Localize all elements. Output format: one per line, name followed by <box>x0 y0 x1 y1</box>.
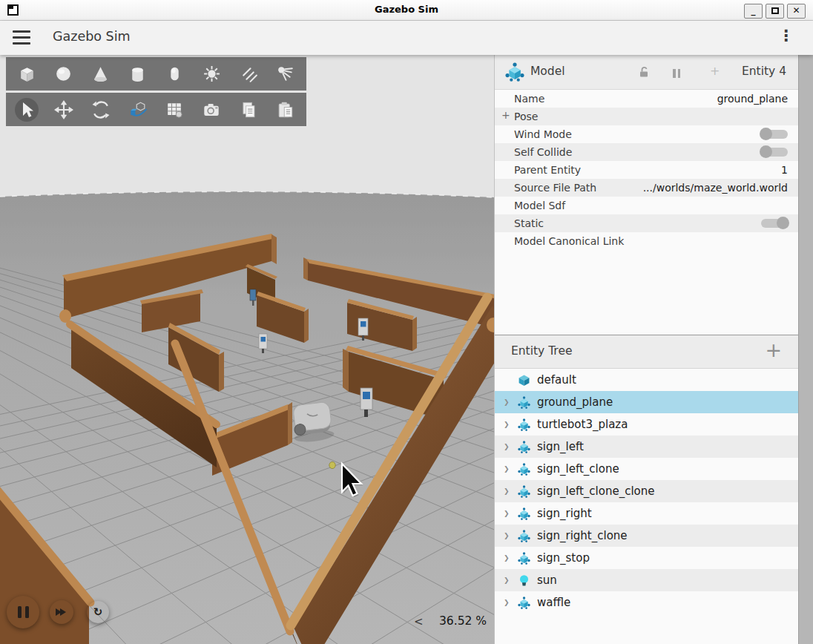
wind-mode-toggle[interactable] <box>761 130 788 139</box>
chevron-right-icon[interactable]: ❯ <box>504 465 516 473</box>
prop-label: Source File Path <box>514 182 596 194</box>
tree-item-waffle[interactable]: ❯ waffle <box>495 591 798 614</box>
model-icon <box>518 530 530 542</box>
kebab-menu-icon[interactable]: ⋮ <box>778 27 794 45</box>
title-bar: Gazebo Sim _ ✕ <box>0 0 813 21</box>
rtf-percentage: 36.52 % <box>439 614 487 628</box>
maximize-icon <box>771 7 779 14</box>
right-panel: Model + Entity 4 Name ground_plane + Pos… <box>494 55 798 644</box>
chevron-right-icon[interactable]: ❯ <box>504 421 516 428</box>
add-component-icon[interactable]: + <box>710 64 720 78</box>
step-forward-button[interactable] <box>50 600 73 624</box>
tree-item-sign_left_clone[interactable]: ❯ sign_left_clone <box>495 458 798 480</box>
prop-label: Parent Entity <box>514 164 581 176</box>
panel-scrollbar[interactable] <box>798 55 813 644</box>
entity-tree-header: Entity Tree + <box>495 335 798 369</box>
prop-row-wind-mode[interactable]: Wind Mode <box>495 125 798 143</box>
add-entity-icon[interactable]: + <box>765 338 782 361</box>
chevron-right-icon[interactable]: ❯ <box>504 554 516 562</box>
prop-row-parent-entity[interactable]: Parent Entity 1 <box>495 161 798 179</box>
reset-icon: ↻ <box>93 605 103 619</box>
tree-item-ground_plane[interactable]: ❯ ground_plane <box>495 391 798 413</box>
point-light-button[interactable] <box>197 60 226 88</box>
box-shape-button[interactable] <box>13 60 41 88</box>
chevron-right-icon[interactable]: ❯ <box>504 599 516 606</box>
world-cube-icon <box>518 374 530 387</box>
prop-row-self-collide[interactable]: Self Collide <box>495 143 798 161</box>
select-tool-button[interactable] <box>13 96 41 124</box>
entity-tree-title: Entity Tree <box>511 344 572 358</box>
tree-item-sign_right_clone[interactable]: ❯ sign_right_clone <box>495 525 798 547</box>
screenshot-button[interactable] <box>197 96 226 124</box>
rotate-tool-button[interactable] <box>87 96 115 124</box>
prop-label: Model Sdf <box>514 200 565 211</box>
translate-tool-button[interactable] <box>50 96 78 124</box>
tree-item-sign_left[interactable]: ❯ sign_left <box>495 436 798 458</box>
turtlebot-robot[interactable] <box>291 401 335 444</box>
prop-label: Name <box>514 93 544 105</box>
panel-spacer <box>495 250 798 335</box>
cylinder-shape-button[interactable] <box>124 60 152 88</box>
close-button[interactable]: ✕ <box>787 4 806 19</box>
small-object <box>329 461 335 468</box>
tree-item-sign_stop[interactable]: ❯ sign_stop <box>495 547 798 569</box>
model-icon <box>518 552 530 565</box>
chevron-right-icon[interactable]: ❯ <box>504 510 516 517</box>
snap-tool-button[interactable] <box>124 96 152 124</box>
chevron-right-icon[interactable]: ❯ <box>504 487 516 495</box>
chevron-right-icon[interactable]: ❯ <box>504 532 516 539</box>
pause-updates-icon[interactable] <box>673 67 682 81</box>
copy-button[interactable] <box>234 96 263 124</box>
prop-row-source-file-path[interactable]: Source File Path .../worlds/maze_world.w… <box>495 179 798 197</box>
unlock-icon[interactable] <box>638 65 651 79</box>
expand-icon[interactable]: + <box>501 109 510 121</box>
prop-row-model-sdf[interactable]: Model Sdf <box>495 197 798 214</box>
minimize-button[interactable]: _ <box>744 4 763 19</box>
capsule-shape-button[interactable] <box>160 60 188 88</box>
spot-light-button[interactable] <box>271 60 300 88</box>
window-title: Gazebo Sim <box>0 4 813 15</box>
render-scene <box>0 55 494 644</box>
rtf-expand-chevron[interactable]: < <box>414 615 424 628</box>
prop-label: Pose <box>514 111 538 122</box>
pause-button[interactable] <box>7 596 39 628</box>
model-panel-header: Model + Entity 4 <box>495 55 798 90</box>
hamburger-menu-icon[interactable] <box>13 30 30 45</box>
chevron-right-icon[interactable]: ❯ <box>504 443 516 450</box>
chevron-right-icon[interactable]: ❯ <box>504 398 516 406</box>
tree-item-sun[interactable]: ❯ sun <box>495 569 798 591</box>
tree-item-default[interactable]: default <box>495 369 798 391</box>
prop-row-model-canonical-link[interactable]: Model Canonical Link <box>495 232 798 250</box>
reset-button[interactable]: ↻ <box>87 601 109 623</box>
cone-shape-button[interactable] <box>87 60 115 88</box>
paste-button[interactable] <box>271 96 300 124</box>
light-bulb-icon <box>518 574 530 587</box>
prop-value: 1 <box>781 164 788 176</box>
prop-label: Self Collide <box>514 146 572 158</box>
entity-tree-list: default ❯ ground_plane ❯ turtlebot3_plaz… <box>495 369 798 614</box>
chevron-right-icon[interactable]: ❯ <box>504 576 516 584</box>
model-properties: Name ground_plane + Pose Wind Mode Self … <box>495 90 798 250</box>
directional-light-button[interactable] <box>234 60 263 88</box>
tree-item-sign_right[interactable]: ❯ sign_right <box>495 502 798 525</box>
tree-item-sign_left_clone_clone[interactable]: ❯ sign_left_clone_clone <box>495 480 798 502</box>
prop-row-static[interactable]: Static <box>495 214 798 232</box>
view-angle-button[interactable] <box>160 96 188 124</box>
app-title: Gazebo Sim <box>53 29 131 44</box>
prop-row-pose[interactable]: + Pose <box>495 108 798 125</box>
prop-row-name[interactable]: Name ground_plane <box>495 90 798 108</box>
3d-viewport[interactable]: ↻ < 36.52 % <box>0 55 494 644</box>
sphere-shape-button[interactable] <box>50 60 78 88</box>
prop-label: Static <box>514 217 544 229</box>
model-icon <box>518 507 530 520</box>
maximize-button[interactable] <box>766 4 784 19</box>
model-icon <box>518 485 530 498</box>
prop-label: Model Canonical Link <box>514 235 624 247</box>
shapes-toolbar <box>6 57 306 91</box>
gazebo-window: Gazebo Sim _ ✕ Gazebo Sim ⋮ <box>0 0 813 644</box>
self-collide-toggle[interactable] <box>761 148 788 157</box>
tree-item-turtlebot3_plaza[interactable]: ❯ turtlebot3_plaza <box>495 413 798 436</box>
prop-value: ground_plane <box>717 93 788 105</box>
model-icon <box>518 597 530 609</box>
static-toggle[interactable] <box>761 219 788 228</box>
